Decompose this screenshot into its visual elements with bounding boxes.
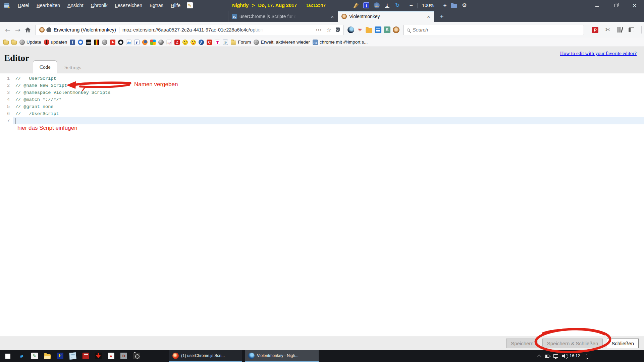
sync-icon[interactable]	[394, 2, 400, 8]
taskbar-notes[interactable]	[28, 350, 41, 362]
bookmark-item[interactable]	[3, 40, 9, 45]
library-icon[interactable]	[617, 27, 622, 33]
bookmark-item[interactable]	[134, 40, 140, 45]
taskbar-camera[interactable]	[130, 350, 143, 362]
broom-cleaner-icon[interactable]	[353, 2, 359, 8]
bookmark-item[interactable]	[182, 40, 188, 45]
bookmark-item[interactable]	[223, 40, 228, 45]
bookmark-item[interactable]: Erweit. aktivieren wieder	[254, 40, 310, 45]
bookmark-item[interactable]	[158, 40, 164, 45]
folder-icon[interactable]	[451, 4, 457, 8]
save-and-close-button[interactable]: Speichern & Schließen	[542, 339, 603, 348]
tab-code[interactable]: Code	[33, 60, 57, 73]
taskbar-f-app[interactable]	[54, 350, 66, 362]
taskbar-window-violentmonkey[interactable]: Violentmonkey - Nigh...	[245, 350, 319, 362]
dark-globe-extension-icon[interactable]	[347, 26, 354, 33]
bookmark-item[interactable]	[150, 40, 156, 45]
menu-hilfe[interactable]: Hilfe	[167, 3, 184, 8]
sidebar-toggle-icon[interactable]	[629, 27, 634, 32]
taskbar-clock[interactable]: 16:12	[570, 354, 580, 358]
menu-bearbeiten[interactable]: Bearbeiten	[33, 3, 64, 8]
bookmark-item[interactable]	[94, 40, 99, 45]
code-line[interactable]: 4// @match *://*/*	[0, 96, 644, 103]
bookmark-item[interactable]	[142, 40, 148, 45]
zoom-out-button[interactable]: −	[410, 2, 413, 8]
close-button[interactable]: ×	[625, 0, 644, 11]
bookmark-item[interactable]	[78, 40, 83, 45]
tab-settings[interactable]: Settings	[64, 64, 81, 70]
bookmark-item[interactable]	[174, 40, 180, 45]
bookmark-item[interactable]	[70, 40, 75, 45]
taskbar-addressbook[interactable]	[79, 350, 92, 362]
taskbar-edge[interactable]	[15, 350, 28, 362]
pdf-tool-icon[interactable]	[374, 2, 380, 8]
bookmark-star-icon[interactable]: ☆	[326, 27, 331, 33]
taskbar-d-app[interactable]	[117, 350, 130, 362]
taskbar-window-userchrome[interactable]: (1) userChrome.js Scri...	[169, 350, 242, 362]
home-button[interactable]	[23, 25, 33, 35]
bookmark-item[interactable]	[207, 40, 212, 45]
shield-icon[interactable]	[336, 27, 340, 32]
scissors-screenshot-icon[interactable]	[605, 27, 610, 33]
new-tab-button[interactable]: +	[437, 12, 446, 21]
bookmark-item[interactable]	[110, 40, 115, 45]
minimize-button[interactable]	[588, 0, 606, 11]
url-text[interactable]: moz-extension://6aaa0527-2c2a-4411-97ae-…	[122, 27, 263, 33]
taskbar-notepad[interactable]	[66, 350, 79, 362]
bookmark-item[interactable]	[215, 40, 220, 45]
bookmark-item[interactable]	[191, 40, 196, 45]
bookmark-item[interactable]: chrome mit @import s...	[313, 40, 368, 45]
code-line[interactable]: 5// @grant none	[0, 103, 644, 110]
speaker-icon[interactable]	[562, 355, 564, 357]
s-extension-icon[interactable]	[384, 26, 390, 33]
bookmark-item[interactable]	[11, 40, 17, 45]
p-extension-icon[interactable]	[592, 27, 598, 33]
bookmark-item[interactable]: updaten	[44, 40, 67, 45]
bookmark-item[interactable]	[199, 40, 204, 45]
info-icon[interactable]	[363, 2, 369, 8]
battery-icon[interactable]	[545, 355, 549, 358]
tab-close-icon[interactable]: ×	[330, 14, 334, 19]
code-editor[interactable]: 1// ==UserScript==2// @name New Script3/…	[0, 73, 644, 337]
help-link[interactable]: How to edit with your favorite editor?	[560, 51, 637, 56]
menu-chronik[interactable]: Chronik	[87, 3, 111, 8]
download-icon[interactable]	[384, 2, 390, 8]
start-button[interactable]	[0, 350, 15, 362]
tray-expand-icon[interactable]	[537, 355, 541, 358]
code-line[interactable]: 6// ==/UserScript==	[0, 110, 644, 117]
folder-extension-icon[interactable]	[366, 28, 372, 33]
tab-userchrome[interactable]: userChrome.js Scripte für d ×	[228, 11, 338, 22]
bookmark-item[interactable]	[86, 40, 91, 45]
bookmark-item[interactable]	[102, 40, 107, 45]
menu-ansicht[interactable]: Ansicht	[64, 3, 87, 8]
menu-extras[interactable]: Extras	[146, 3, 167, 8]
tab-close-icon[interactable]: ×	[426, 14, 431, 19]
url-bar[interactable]: Erweiterung (Violentmonkey) moz-extensio…	[36, 25, 343, 35]
spider-extension-icon[interactable]	[357, 26, 363, 33]
bookmark-item[interactable]	[118, 40, 123, 45]
list-extension-icon[interactable]	[375, 26, 381, 33]
site-identity-label[interactable]: Erweiterung (Violentmonkey)	[54, 27, 116, 33]
notes-pencil-icon[interactable]	[187, 2, 193, 8]
search-input[interactable]	[413, 27, 581, 33]
violentmonkey-toolbar-icon[interactable]	[393, 26, 399, 33]
menu-lesezeichen[interactable]: Lesezeichen	[111, 3, 146, 8]
bookmark-item[interactable]: Forum	[231, 40, 251, 45]
zoom-in-button[interactable]: +	[443, 2, 447, 8]
page-actions-icon[interactable]: •••	[316, 28, 322, 32]
bookmark-item[interactable]	[166, 40, 172, 45]
back-button[interactable]: ←	[3, 25, 13, 35]
close-editor-button[interactable]: Schließen	[607, 339, 639, 348]
search-bar[interactable]	[404, 25, 584, 35]
display-icon[interactable]	[553, 354, 558, 358]
bookmark-item[interactable]	[126, 40, 131, 45]
code-line[interactable]: 7	[0, 117, 644, 124]
restore-button[interactable]	[606, 0, 625, 11]
gear-icon[interactable]	[461, 2, 467, 8]
bookmark-item[interactable]: Update	[19, 40, 41, 45]
menu-datei[interactable]: Datei	[14, 3, 33, 8]
taskbar-cards[interactable]	[105, 350, 117, 362]
save-button[interactable]: Speichern	[506, 339, 538, 348]
forward-button[interactable]: →	[13, 25, 23, 35]
tab-violentmonkey[interactable]: Violentmonkey ×	[338, 11, 434, 22]
